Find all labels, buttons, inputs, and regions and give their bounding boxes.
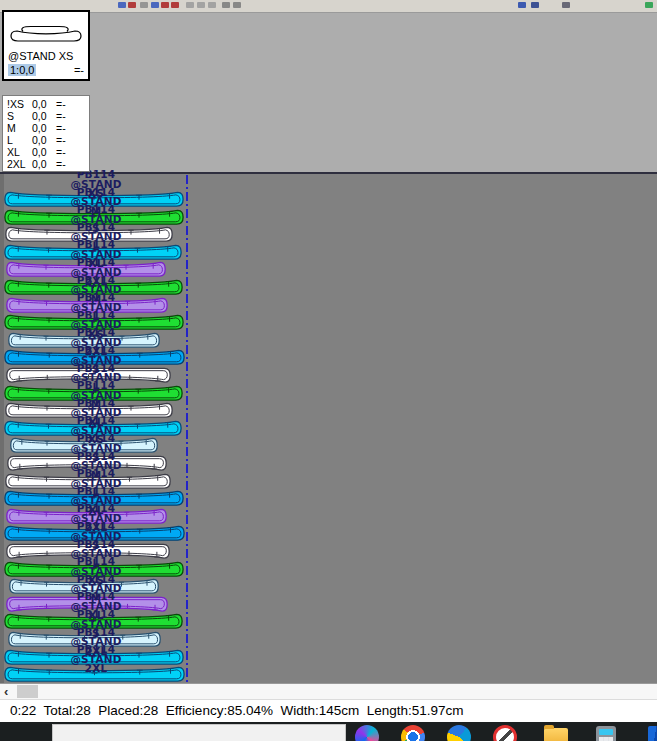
status-bar: 0:22 Total:28 Placed:28 Efficiency:85.04…	[0, 699, 657, 722]
pattern-piece[interactable]	[6, 508, 167, 525]
pattern-piece[interactable]	[4, 279, 183, 296]
toolbar-icon-fragment[interactable]	[140, 2, 148, 8]
taskbar	[0, 722, 657, 741]
toolbar-icon-fragment[interactable]	[233, 2, 241, 8]
calculator-icon[interactable]	[596, 726, 616, 741]
foreground-window-fragment[interactable]	[52, 724, 346, 741]
toolbar-icon-fragment[interactable]	[161, 2, 169, 8]
size-quantity-panel[interactable]: !XS0,0=-S0,0=-M0,0=-L0,0=-XL0,0=-2XL0,0=…	[2, 95, 90, 172]
size-fold-marks: =-	[56, 110, 66, 122]
pattern-piece[interactable]	[4, 385, 183, 402]
pattern-piece[interactable]	[8, 631, 161, 648]
toolbar	[0, 0, 657, 13]
preview-fold-marks: =-	[74, 64, 84, 76]
work-area-background	[0, 13, 657, 172]
size-row[interactable]: XL0,0=-	[7, 146, 89, 158]
pattern-piece[interactable]	[4, 244, 182, 261]
toolbar-icon-fragment[interactable]	[171, 2, 179, 8]
photos-icon[interactable]	[447, 725, 471, 741]
size-fold-marks: =-	[56, 98, 66, 110]
chrome-icon[interactable]	[401, 725, 425, 741]
marker-width-boundary-line	[186, 175, 188, 683]
size-row[interactable]: 2XL0,0=-	[7, 158, 89, 170]
toolbar-icon-fragment[interactable]	[128, 2, 136, 8]
toolbar-icon-fragment[interactable]	[645, 2, 653, 8]
size-value: 0,0	[32, 158, 56, 170]
copilot-icon[interactable]	[355, 725, 379, 741]
toolbar-icon-fragment[interactable]	[118, 2, 126, 8]
toolbar-icon-fragment[interactable]	[208, 2, 216, 8]
scrollbar-thumb[interactable]	[17, 685, 38, 698]
pattern-piece[interactable]	[7, 455, 167, 472]
size-row[interactable]: S0,0=-	[7, 110, 89, 122]
toolbar-icon-fragment[interactable]	[186, 2, 194, 8]
pattern-piece[interactable]	[5, 473, 171, 490]
size-label: XL	[7, 146, 32, 158]
size-label: M	[7, 122, 32, 134]
folder-icon[interactable]	[544, 728, 568, 741]
pattern-piece[interactable]	[6, 297, 168, 314]
size-fold-marks: =-	[56, 158, 66, 170]
pattern-piece[interactable]	[4, 349, 185, 366]
size-label: L	[7, 134, 32, 146]
pattern-piece[interactable]	[4, 490, 184, 507]
pattern-piece[interactable]	[4, 613, 183, 630]
size-value: 0,0	[32, 98, 56, 110]
toolbar-icon-fragment[interactable]	[197, 2, 205, 8]
piece-preview-panel[interactable]: @STAND XS 1:0,0 =-	[2, 10, 90, 81]
marker-making-window: PB114@STANDXSPB114@STANDMPB114@STANDSPB1…	[0, 0, 657, 741]
pattern-piece[interactable]	[4, 314, 184, 331]
pattern-piece[interactable]	[10, 437, 158, 454]
toolbar-icon-fragment[interactable]	[562, 2, 570, 8]
toolbar-icon-fragment[interactable]	[151, 2, 159, 8]
preview-scale-value[interactable]: 1:0,0	[8, 64, 36, 76]
size-label: S	[7, 110, 32, 122]
pattern-piece[interactable]	[4, 666, 185, 683]
size-value: 0,0	[32, 122, 56, 134]
toolbar-icon-fragment[interactable]	[222, 2, 230, 8]
horizontal-scrollbar[interactable]: ‹	[0, 683, 657, 699]
pattern-piece[interactable]	[4, 191, 184, 208]
pattern-piece[interactable]	[9, 578, 159, 595]
size-label: 2XL	[7, 158, 32, 170]
size-value: 0,0	[32, 134, 56, 146]
size-value: 0,0	[32, 110, 56, 122]
size-label: !XS	[7, 98, 32, 110]
size-row[interactable]: M0,0=-	[7, 122, 89, 134]
opera-icon[interactable]	[493, 725, 517, 741]
piece-outline-thumbnail	[9, 24, 83, 44]
pattern-piece[interactable]	[4, 525, 185, 542]
pattern-piece[interactable]	[6, 596, 168, 613]
toolbar-icon-fragment[interactable]	[531, 2, 539, 8]
pattern-piece[interactable]	[8, 332, 160, 349]
app-partial-icon[interactable]	[648, 726, 657, 741]
size-value: 0,0	[32, 146, 56, 158]
pattern-piece[interactable]	[4, 561, 184, 578]
toolbar-icon-fragment[interactable]	[518, 2, 526, 8]
pattern-piece[interactable]	[6, 543, 170, 560]
pattern-piece[interactable]	[4, 209, 184, 226]
preview-piece-name: @STAND XS	[8, 50, 73, 62]
size-fold-marks: =-	[56, 134, 66, 146]
status-text: 0:22 Total:28 Placed:28 Efficiency:85.04…	[10, 703, 464, 718]
pattern-piece[interactable]	[6, 261, 166, 278]
pattern-piece[interactable]	[5, 226, 173, 243]
pattern-piece[interactable]	[4, 420, 182, 437]
size-fold-marks: =-	[56, 122, 66, 134]
size-row[interactable]: L0,0=-	[7, 134, 89, 146]
scroll-left-arrow-icon[interactable]: ‹	[4, 684, 8, 699]
size-row[interactable]: !XS0,0=-	[7, 98, 89, 110]
pattern-piece[interactable]	[4, 649, 184, 666]
pattern-piece[interactable]	[5, 402, 173, 419]
pattern-piece[interactable]	[6, 367, 171, 384]
size-fold-marks: =-	[56, 146, 66, 158]
